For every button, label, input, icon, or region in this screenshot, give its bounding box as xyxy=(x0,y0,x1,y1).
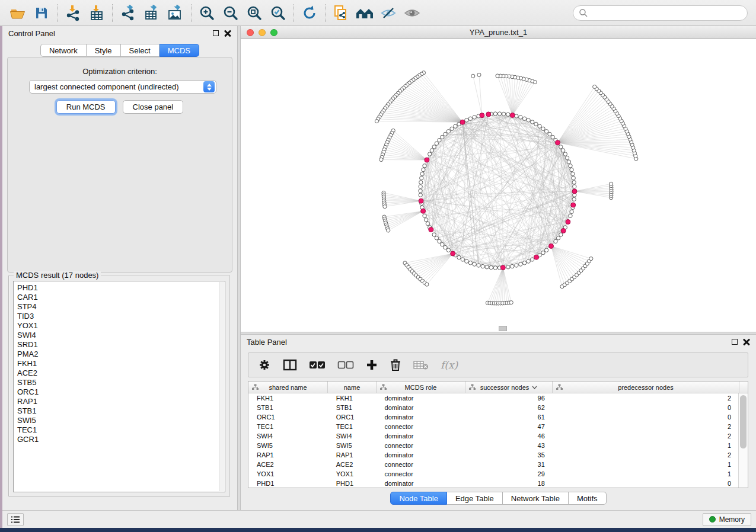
graph-node[interactable] xyxy=(485,265,489,269)
graph-node[interactable] xyxy=(593,85,596,88)
tab-edge-table[interactable]: Edge Table xyxy=(447,492,503,505)
mcds-result-item[interactable]: CAR1 xyxy=(17,293,225,302)
column-header-shared-name[interactable]: shared name xyxy=(248,382,328,393)
graph-node[interactable] xyxy=(556,236,560,240)
graph-node[interactable] xyxy=(477,264,480,267)
graph-hub-node-selected[interactable] xyxy=(419,198,423,203)
column-header-MCDS-role[interactable]: MCDS role xyxy=(377,382,465,393)
graph-node[interactable] xyxy=(572,181,576,184)
import-table-button[interactable] xyxy=(85,2,109,24)
graph-node[interactable] xyxy=(473,262,476,266)
zoom-fit-button[interactable] xyxy=(243,2,266,24)
graph-node[interactable] xyxy=(473,116,476,119)
mcds-result-item[interactable]: TEC1 xyxy=(17,425,225,435)
graph-hub-node-selected[interactable] xyxy=(571,203,576,207)
graph-node[interactable] xyxy=(446,248,450,252)
graph-node[interactable] xyxy=(387,229,390,232)
graph-node[interactable] xyxy=(531,258,534,261)
graph-hub-node-selected[interactable] xyxy=(500,265,505,270)
graph-node[interactable] xyxy=(559,233,563,236)
mcds-result-item[interactable]: GCR1 xyxy=(17,435,225,444)
column-header-successor-nodes[interactable]: successor nodes xyxy=(465,382,553,393)
graph-node[interactable] xyxy=(567,160,570,164)
delete-column-button[interactable] xyxy=(390,356,401,374)
graph-node[interactable] xyxy=(562,149,565,152)
close-panel-button[interactable]: Close panel xyxy=(123,100,184,114)
graph-hub-node-selected[interactable] xyxy=(425,158,429,162)
graph-node[interactable] xyxy=(519,262,522,266)
mcds-result-item[interactable]: SRD1 xyxy=(17,340,225,350)
export-table-button[interactable] xyxy=(140,2,164,24)
graph-node[interactable] xyxy=(527,118,530,122)
graph-node[interactable] xyxy=(496,74,499,78)
graph-node[interactable] xyxy=(435,142,438,145)
tab-motifs[interactable]: Motifs xyxy=(569,492,607,505)
graph-node[interactable] xyxy=(454,124,457,128)
tab-mcds[interactable]: MCDS xyxy=(160,44,199,57)
mcds-result-item[interactable]: RAP1 xyxy=(17,397,225,406)
mcds-result-list[interactable]: PHD1CAR1STP4TID3YOX1SWI4SRD1PMA2FKH1ACE2… xyxy=(13,281,225,492)
graph-node[interactable] xyxy=(534,122,538,126)
table-scrollbar[interactable] xyxy=(738,393,748,488)
split-columns-button[interactable] xyxy=(283,356,297,374)
open-file-button[interactable] xyxy=(6,2,30,24)
graph-node[interactable] xyxy=(420,172,424,175)
tab-network[interactable]: Network xyxy=(40,44,87,57)
network-window-titlebar[interactable]: YPA_prune.txt_1 xyxy=(241,26,756,39)
graph-hub-node-selected[interactable] xyxy=(480,113,484,118)
table-row[interactable]: PHD1PHD1dominator180 xyxy=(248,479,738,488)
graph-node[interactable] xyxy=(468,261,472,265)
graph-node[interactable] xyxy=(432,233,436,236)
graph-node[interactable] xyxy=(544,130,548,133)
graph-node[interactable] xyxy=(506,265,510,269)
graph-node[interactable] xyxy=(531,120,534,124)
graph-node[interactable] xyxy=(375,119,378,123)
graph-node[interactable] xyxy=(489,265,493,269)
export-network-button[interactable] xyxy=(116,2,140,24)
float-panel-icon[interactable] xyxy=(732,339,738,345)
mcds-result-item[interactable]: STB5 xyxy=(17,378,225,387)
memory-button[interactable]: Memory xyxy=(703,513,751,526)
graph-node[interactable] xyxy=(438,239,441,243)
table-row[interactable]: ACE2ACE2connector311 xyxy=(248,460,738,469)
import-network-button[interactable] xyxy=(61,2,85,24)
mcds-result-item[interactable]: STP4 xyxy=(17,302,225,312)
graph-hub-node-selected[interactable] xyxy=(572,189,577,194)
function-builder-button[interactable]: f(x) xyxy=(441,356,458,374)
graph-node[interactable] xyxy=(430,149,433,152)
graph-node[interactable] xyxy=(519,116,522,119)
graph-node[interactable] xyxy=(497,112,501,116)
mcds-result-item[interactable]: PMA2 xyxy=(17,350,225,359)
graph-node[interactable] xyxy=(379,158,383,161)
column-header-name[interactable]: name xyxy=(328,382,377,393)
graph-node[interactable] xyxy=(610,182,613,185)
task-history-button[interactable] xyxy=(7,513,24,526)
graph-node[interactable] xyxy=(572,197,576,201)
graph-node[interactable] xyxy=(570,210,573,213)
graph-node[interactable] xyxy=(541,251,545,255)
graph-node[interactable] xyxy=(419,189,422,193)
save-session-button[interactable] xyxy=(30,2,53,24)
graph-node[interactable] xyxy=(573,185,576,188)
graph-node[interactable] xyxy=(477,73,481,76)
graph-node[interactable] xyxy=(563,152,567,156)
mcds-result-item[interactable]: ORC1 xyxy=(17,387,225,397)
new-network-from-selection-button[interactable] xyxy=(329,2,353,24)
mcds-result-item[interactable]: ACE2 xyxy=(17,368,225,378)
graph-node[interactable] xyxy=(515,264,518,267)
graph-node[interactable] xyxy=(544,248,548,252)
graph-node[interactable] xyxy=(551,135,554,139)
graph-node[interactable] xyxy=(432,145,436,149)
graph-node[interactable] xyxy=(572,176,575,180)
graph-hub-node-selected[interactable] xyxy=(429,227,433,232)
table-row[interactable]: RAP1RAP1dominator352 xyxy=(248,450,738,460)
graph-node[interactable] xyxy=(450,127,454,130)
graph-node[interactable] xyxy=(428,152,432,156)
graph-node[interactable] xyxy=(465,118,468,122)
mcds-result-item[interactable]: STB1 xyxy=(17,406,225,416)
tab-style[interactable]: Style xyxy=(87,44,121,57)
graph-node[interactable] xyxy=(481,264,484,268)
mcds-result-item[interactable]: SWI4 xyxy=(17,331,225,340)
graph-node[interactable] xyxy=(444,132,447,136)
apply-layout-button[interactable] xyxy=(298,2,321,24)
